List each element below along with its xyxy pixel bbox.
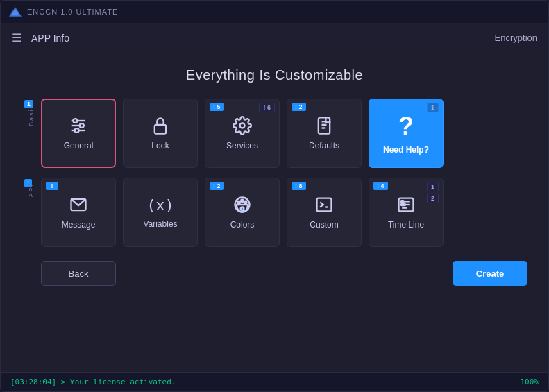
terminal-icon [314, 195, 334, 214]
tile-defaults[interactable]: ! 2 Defaults [287, 99, 362, 168]
sliders-icon [69, 116, 88, 135]
tile-defaults-badge: ! 2 [292, 103, 306, 111]
tile-services-label: Services [226, 141, 258, 151]
tile-defaults-label: Defaults [309, 141, 339, 151]
lock-icon [151, 116, 170, 135]
tile-message[interactable]: ! Message [41, 178, 116, 247]
tile-variables-label: Variables [143, 219, 177, 229]
svg-point-4 [80, 123, 84, 128]
svg-rect-25 [401, 204, 405, 205]
tile-custom[interactable]: ! 8 Custom [287, 178, 362, 247]
palette-icon [233, 195, 252, 214]
svg-point-15 [241, 199, 244, 202]
row-basic-label: Basic [28, 104, 35, 126]
variables-icon: (x) [146, 196, 174, 214]
tile-services[interactable]: ! 5 ! 6 Services [205, 99, 280, 168]
status-text: [03:28:04] > Your license activated. [10, 377, 521, 386]
tile-colors-badge: ! 2 [210, 182, 224, 190]
tile-services-badge-right: ! 6 [259, 103, 275, 112]
svg-point-3 [73, 119, 77, 123]
tile-variables[interactable]: (x) Variables [123, 178, 198, 247]
tile-colors-label: Colors [230, 220, 255, 230]
row-api-label: API [28, 183, 35, 198]
rows-container: 1 Basic [22, 99, 527, 286]
question-mark-icon: ? [398, 112, 414, 141]
row-api-side: ! API [22, 178, 41, 198]
menu-icon[interactable]: ☰ [12, 31, 22, 44]
title-bar: ENCCN 1.0 ULTIMATE [1, 1, 548, 23]
tile-timeline-badge-right: 1 [427, 182, 439, 191]
app-header: ☰ APP Info Encryption [1, 23, 548, 53]
row-basic: 1 Basic [22, 99, 527, 168]
tile-custom-label: Custom [310, 220, 338, 230]
row-basic-side: 1 Basic [22, 99, 41, 126]
tile-general[interactable]: General [41, 99, 116, 168]
app-logo-icon [9, 7, 22, 17]
tile-need-help-label: Need Help? [383, 145, 429, 155]
tile-timeline-badge-left: ! 4 [373, 182, 388, 190]
app-window: ENCCN 1.0 ULTIMATE ☰ APP Info Encryption… [0, 0, 549, 392]
svg-point-7 [240, 123, 245, 128]
svg-point-16 [244, 201, 247, 204]
app-title-label: ENCCN 1.0 ULTIMATE [27, 8, 118, 16]
main-content: Everything Is Customizable 1 Basic [1, 53, 548, 372]
svg-point-5 [75, 128, 79, 133]
encryption-link[interactable]: Encryption [495, 33, 537, 43]
status-bar: [03:28:04] > Your license activated. 100… [1, 372, 548, 391]
tile-message-badge: ! [46, 182, 58, 190]
svg-point-14 [238, 201, 241, 204]
row-api: ! API ! Message [22, 178, 527, 247]
tiles-row-basic: General Lock ! 5 [41, 99, 444, 168]
tiles-row-api: ! Message (x) Variables [41, 178, 444, 247]
tile-colors[interactable]: ! 2 Colors [205, 178, 280, 247]
bottom-row: Back Create [22, 261, 527, 286]
tile-lock[interactable]: Lock [123, 99, 198, 168]
svg-rect-6 [155, 125, 166, 134]
tile-timeline-label: Time Line [388, 220, 424, 230]
tile-timeline-badge-right-2: 2 [427, 194, 439, 203]
svg-point-17 [241, 207, 244, 211]
status-percent: 100% [521, 377, 539, 386]
tile-custom-badge: ! 8 [292, 182, 306, 190]
tile-lock-label: Lock [151, 141, 169, 151]
create-button[interactable]: Create [453, 261, 527, 286]
tile-message-label: Message [62, 220, 96, 230]
gear-icon [233, 116, 252, 135]
tile-need-help[interactable]: 1 ? Need Help? [369, 99, 444, 168]
svg-rect-24 [401, 201, 404, 202]
back-button[interactable]: Back [41, 261, 116, 286]
tile-general-label: General [64, 141, 94, 151]
tile-timeline[interactable]: ! 4 1 2 Time Line [369, 178, 444, 247]
tile-need-help-badge-right: 1 [427, 103, 439, 112]
tile-services-badge-left: ! 5 [210, 103, 224, 111]
envelope-icon [69, 195, 88, 214]
grid-area: 1 Basic [22, 99, 527, 286]
app-info-label: APP Info [31, 33, 495, 44]
doc-icon [314, 116, 334, 135]
page-heading: Everything Is Customizable [186, 67, 363, 83]
timeline-icon [396, 195, 416, 214]
